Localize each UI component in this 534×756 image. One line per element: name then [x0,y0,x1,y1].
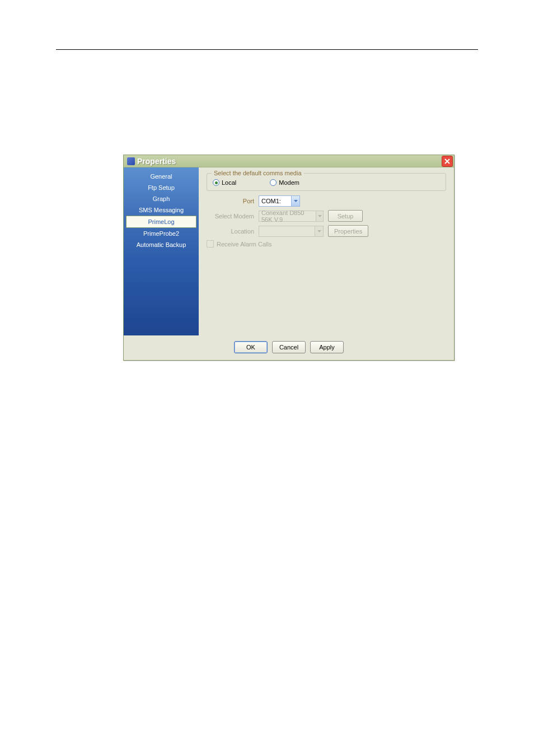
sidebar-item-label: Graph [153,195,170,202]
ok-button-label: OK [246,344,255,351]
modem-select: Conexant D850 56K V.9 [259,211,324,222]
sidebar-item-label: Automatic Backup [137,241,186,248]
cancel-button[interactable]: Cancel [272,341,306,353]
sidebar-item-label: SMS Messaging [139,207,184,213]
dialog-body: General Ftp Setup Graph SMS Messaging Pr… [124,167,454,335]
titlebar[interactable]: Properties [124,155,454,167]
dialog-footer: OK Cancel Apply [124,335,454,360]
sidebar-item-primeprobe2[interactable]: PrimeProbe2 [124,228,199,239]
chevron-down-icon [294,200,298,202]
radio-local[interactable]: Local [213,179,236,186]
page: Properties General Ftp Setup Graph SMS M… [0,0,534,756]
chevron-down-icon [318,215,322,217]
sidebar-item-primelog[interactable]: PrimeLog [126,216,196,228]
properties-button-label: Properties [334,228,362,235]
sidebar-item-label: PrimeProbe2 [143,230,179,237]
setup-button: Setup [328,210,363,222]
sidebar-item-ftp-setup[interactable]: Ftp Setup [124,182,199,193]
sidebar-item-graph[interactable]: Graph [124,193,199,204]
receive-alarm-checkbox [207,240,214,248]
port-select[interactable]: COM1: [259,195,300,207]
titlebar-left: Properties [127,157,176,166]
apply-button[interactable]: Apply [310,341,344,353]
dropdown-button [315,226,323,236]
radio-circle-icon [270,179,277,186]
comms-media-group: Select the default comms media Local Mod… [207,173,446,191]
close-icon [444,158,451,165]
dropdown-button[interactable] [291,196,299,206]
content-panel: Select the default comms media Local Mod… [199,167,454,335]
group-title: Select the default comms media [212,170,304,176]
setup-button-label: Setup [338,213,354,220]
sidebar-item-label: General [150,173,172,180]
apply-button-label: Apply [319,344,335,351]
radio-local-label: Local [222,179,236,186]
select-modem-label: Select Modem [207,213,254,220]
chevron-down-icon [317,230,321,232]
sidebar-item-label: Ftp Setup [148,184,175,191]
sidebar-item-automatic-backup[interactable]: Automatic Backup [124,239,199,250]
radio-dot-icon [215,181,218,184]
location-label: Location [207,228,254,235]
cancel-button-label: Cancel [279,344,298,351]
ok-button[interactable]: OK [234,341,268,353]
app-icon [127,157,135,165]
sidebar-item-sms-messaging[interactable]: SMS Messaging [124,204,199,216]
port-label: Port [207,198,254,204]
dialog-title: Properties [137,157,176,166]
sidebar-item-general[interactable]: General [124,171,199,182]
radio-row: Local Modem [213,179,440,186]
radio-modem[interactable]: Modem [270,179,299,186]
properties-button: Properties [328,225,368,237]
radio-circle-icon [213,179,219,186]
dropdown-button [316,211,323,221]
receive-alarm-label: Receive Alarm Calls [217,241,271,248]
location-select [259,226,324,237]
sidebar: General Ftp Setup Graph SMS Messaging Pr… [124,167,199,335]
receive-alarm-row: Receive Alarm Calls [207,240,446,248]
properties-dialog: Properties General Ftp Setup Graph SMS M… [123,155,455,361]
close-button[interactable] [442,156,453,167]
port-row: Port COM1: [207,195,446,207]
radio-modem-label: Modem [279,179,299,186]
select-modem-row: Select Modem Conexant D850 56K V.9 Setup [207,210,446,222]
port-value: COM1: [261,198,281,204]
horizontal-rule [56,49,478,50]
sidebar-item-label: PrimeLog [148,218,174,225]
location-row: Location Properties [207,225,446,237]
modem-value: Conexant D850 56K V.9 [261,209,316,223]
